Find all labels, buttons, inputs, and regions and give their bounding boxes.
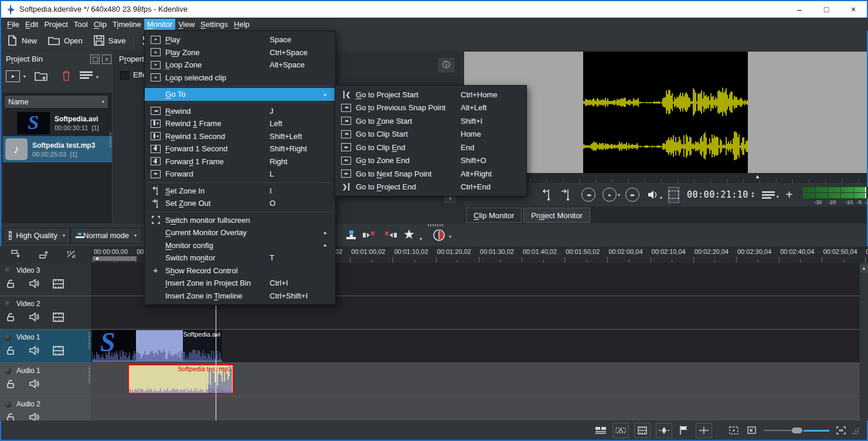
menubar-item-help[interactable]: Help [231,19,253,30]
menu-item-go-to-zone-end[interactable]: ▸▸Go to Zone EndShift+O [335,154,526,168]
add-clip-button[interactable]: ▸ ▾ [6,70,26,82]
record-led-icon[interactable] [5,267,11,274]
zoom-slider-handle[interactable] [792,428,802,433]
record-led-icon[interactable] [5,301,11,307]
menu-item-go-to-clip-end[interactable]: ▸▸Go to Clip EndEnd [335,141,526,154]
toolbar-new-button[interactable]: New [6,35,37,46]
name-column-header[interactable]: Name ▾ [4,95,108,108]
selection-tool-button[interactable] [727,423,740,437]
forward-button[interactable]: ▸▸ [625,188,639,202]
menu-item-switch-monitor-fullscreen[interactable]: Switch monitor fullscreen [145,214,335,227]
menubar-item-project[interactable]: Project [41,19,70,30]
track-resize-handle[interactable] [88,333,90,349]
info-icon[interactable]: ⓘ [437,57,455,73]
toolbar-drag-handle[interactable] [428,224,443,226]
menu-item-go-to-next-snap-point[interactable]: ▸▸Go to Next Snap PointAlt+Right [335,167,526,181]
menu-item-forward-1-frame[interactable]: ▸▌Forward 1 FrameRight [145,155,335,168]
mix-tracks-icon[interactable] [66,249,76,259]
film-icon[interactable] [53,313,64,322]
menu-item-play-zone[interactable]: ▸Play ZoneCtrl+Space [145,46,335,59]
menu-item-rewind-1-frame[interactable]: ▌◂Rewind 1 FrameLeft [145,117,335,130]
menu-item-loop-zone[interactable]: ▸Loop ZoneAlt+Space [145,59,335,72]
tab-project-monitor[interactable]: Project Monitor [523,208,590,223]
toolbar-save-button[interactable]: Save [93,35,126,46]
scroll-up-icon[interactable]: ▲ [860,264,868,273]
timeline-vertical-scrollbar[interactable]: ▲ [860,263,868,420]
resize-grip[interactable] [853,427,859,434]
menu-item-set-zone-in[interactable]: Set Zone InI [145,185,335,198]
remove-space-button[interactable] [362,230,377,240]
minimize-button[interactable]: – [786,1,813,18]
record-led-icon[interactable] [5,401,11,408]
menu-item-go-to[interactable]: Go To▸ [145,88,335,101]
chevron-down-icon[interactable]: ▾ [420,236,422,242]
edit-mode-combobox[interactable]: Normal mode ▾ [70,228,142,243]
track-resize-handle[interactable] [88,367,90,383]
track-compositing-button[interactable] [345,229,358,241]
menu-item-go-to-zone-start[interactable]: ◂◂Go to Zone StartShift+I [335,114,526,128]
bin-clip-item[interactable]: SSoftpedia.avi00:00:30:11 [1] [3,110,112,136]
menu-item-go-to-clip-start[interactable]: ◂◂Go to Clip StartHome [335,128,526,141]
menu-item-show-record-control[interactable]: +Show Record Control [145,264,335,277]
play-button[interactable]: ▸ [603,188,617,202]
menu-item-rewind[interactable]: ◂◂RewindJ [145,105,335,118]
speaker-icon[interactable] [29,279,40,289]
maximize-button[interactable]: □ [813,1,840,18]
menu-item-set-zone-out[interactable]: Set Zone OutO [145,197,335,210]
menu-item-play[interactable]: ▸PlaySpace [145,33,335,46]
show-video-thumbnails-button[interactable] [594,423,607,437]
delete-button[interactable] [60,69,73,82]
menu-item-monitor-config[interactable]: Monitor config▸ [145,239,335,252]
menu-item-forward-1-second[interactable]: ▸▌Forward 1 SecondShift+Right [145,143,335,155]
zone-toggle-button[interactable] [668,187,679,203]
edit-guides-button[interactable] [696,423,712,438]
menubar-item-view[interactable]: View [175,19,198,30]
dock-splitter-handle[interactable] [110,132,111,147]
speaker-icon[interactable] [29,345,40,355]
lock-icon[interactable] [6,345,16,355]
snap-button[interactable] [656,423,672,438]
menubar-item-edit[interactable]: Edit [22,19,41,30]
volume-button[interactable]: ▾ [647,189,662,201]
film-icon[interactable] [53,346,64,355]
close-button[interactable]: × [840,1,867,18]
menu-item-switch-monitor[interactable]: Switch monitorT [145,252,335,264]
remove-all-spaces-button[interactable] [382,230,397,240]
speaker-icon[interactable] [29,312,40,322]
monitor-playhead-marker[interactable]: ▲ [755,174,760,179]
rewind-button[interactable]: ◂◂ [581,188,595,202]
zone-flag-button[interactable] [678,423,690,437]
menubar-item-timeline[interactable]: Timeline [110,19,144,30]
menubar-item-settings[interactable]: Settings [198,19,231,30]
menu-item-forward[interactable]: ▸▸ForwardL [145,168,335,181]
razor-tool-button[interactable] [433,229,445,242]
insert-track-below-icon[interactable] [11,249,21,259]
menu-item-go-to-project-start[interactable]: ┃❮Go to Project StartCtrl+Home [335,88,526,101]
lock-icon[interactable] [6,312,16,322]
timecode-spinner[interactable]: ▲▼ [751,191,755,198]
track-header-audio-2[interactable]: Audio 2 [0,396,91,420]
menu-item-loop-selected-clip[interactable]: ▸Loop selected clip [145,72,335,84]
float-dock-icon[interactable] [90,55,100,64]
lock-icon[interactable] [6,279,16,289]
timeline-clip-audio[interactable]: Softpedia test.mp3 [128,364,234,394]
lock-icon[interactable] [6,412,16,420]
show-audio-thumbnails-button[interactable] [612,423,629,438]
play-options-chevron-icon[interactable]: ▾ [618,192,620,198]
menu-item-go-to-previous-snap-point[interactable]: ◂◂Go to Previous Snap PointAlt+Left [335,101,526,115]
add-marker-button[interactable]: + [786,189,793,200]
menu-item-insert-zone-in-project-bin[interactable]: Insert Zone in Project BinCtrl+I [145,277,335,290]
speaker-icon[interactable] [29,412,40,420]
toolbar-open-button[interactable]: Open [47,35,83,46]
menubar-item-monitor[interactable]: Monitor [144,19,175,30]
record-led-icon[interactable] [5,334,11,341]
track-header-audio-1[interactable]: Audio 1 [0,363,91,396]
track-header-video-1[interactable]: Video 1 [0,330,91,363]
monitor-menu-button[interactable]: ▾ [761,191,779,199]
favorite-effects-button[interactable]: ★ [403,227,415,242]
menu-item-go-to-project-end[interactable]: ❯┃Go to Project EndCtrl+End [335,181,526,194]
lock-icon[interactable] [6,379,16,389]
create-folder-button[interactable] [34,69,48,82]
menubar-item-clip[interactable]: Clip [91,19,110,30]
film-icon[interactable] [53,279,64,289]
